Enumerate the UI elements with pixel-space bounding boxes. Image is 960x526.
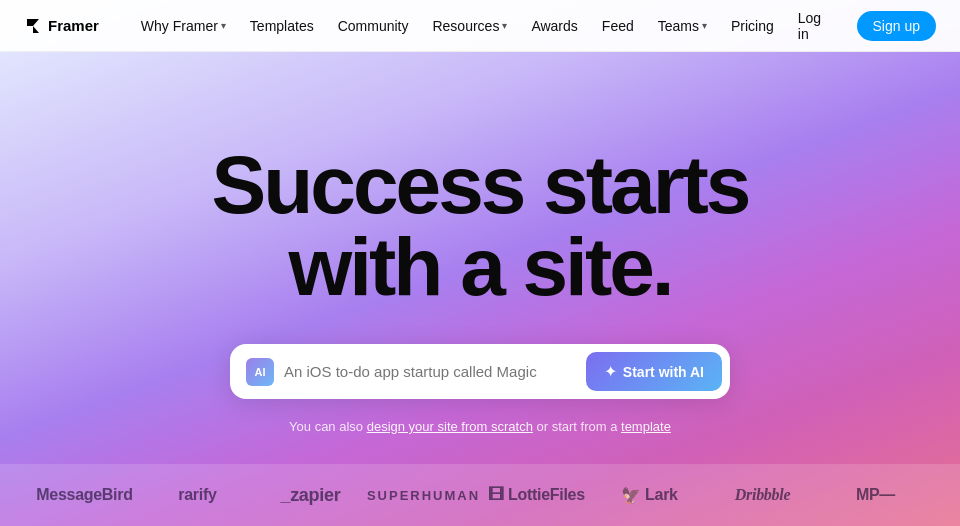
- lark-text: Lark: [645, 486, 678, 504]
- chevron-down-icon: ▾: [502, 20, 507, 31]
- zapier-text: _zapier: [280, 485, 340, 506]
- logo-lottiefiles: 🎞 LottieFiles: [480, 486, 593, 504]
- chevron-down-icon: ▾: [221, 20, 226, 31]
- logos-bar: MessageBird rarify _zapier SUPERHUMAN 🎞 …: [0, 464, 960, 526]
- logo-text: Framer: [48, 17, 99, 34]
- design-from-scratch-link[interactable]: design your site from scratch: [367, 419, 533, 434]
- logo-lark: 🦅 Lark: [593, 486, 706, 505]
- nav-teams[interactable]: Teams ▾: [648, 12, 717, 40]
- hero-subtext: You can also design your site from scrat…: [289, 419, 671, 434]
- nav-why-framer[interactable]: Why Framer ▾: [131, 12, 236, 40]
- nav-feed[interactable]: Feed: [592, 12, 644, 40]
- nav-templates[interactable]: Templates: [240, 12, 324, 40]
- logo-mp: MP—: [819, 486, 932, 504]
- logo[interactable]: Framer: [24, 17, 99, 35]
- navbar: Framer Why Framer ▾ Templates Community …: [0, 0, 960, 52]
- ai-icon: AI: [246, 358, 274, 386]
- nav-awards[interactable]: Awards: [521, 12, 587, 40]
- logo-zapier: _zapier: [254, 485, 367, 506]
- logo-messagebird: MessageBird: [28, 486, 141, 504]
- search-input[interactable]: [284, 363, 576, 380]
- superhuman-text: SUPERHUMAN: [367, 488, 480, 503]
- hero-title: Success starts with a site.: [212, 144, 749, 308]
- mp-text: MP—: [856, 486, 895, 504]
- lottiefiles-icon: 🎞: [488, 486, 504, 504]
- signup-button[interactable]: Sign up: [857, 11, 936, 41]
- rarify-text: rarify: [178, 486, 216, 504]
- nav-actions: Log in Sign up: [784, 4, 936, 48]
- nav-pricing[interactable]: Pricing: [721, 12, 784, 40]
- framer-logo-icon: [24, 17, 42, 35]
- login-button[interactable]: Log in: [784, 4, 849, 48]
- logo-dribbble: Dribbble: [706, 486, 819, 504]
- ai-search-bar: AI ✦ Start with AI: [230, 344, 730, 399]
- lark-icon: 🦅: [621, 486, 641, 505]
- nav-links: Why Framer ▾ Templates Community Resourc…: [131, 12, 784, 40]
- dribbble-text: Dribbble: [735, 486, 790, 504]
- logo-superhuman: SUPERHUMAN: [367, 488, 480, 503]
- hero-section: Success starts with a site. AI ✦ Start w…: [0, 0, 960, 526]
- messagebird-text: MessageBird: [36, 486, 132, 504]
- start-with-ai-button[interactable]: ✦ Start with AI: [586, 352, 722, 391]
- logo-rarify: rarify: [141, 486, 254, 504]
- template-link[interactable]: template: [621, 419, 671, 434]
- nav-community[interactable]: Community: [328, 12, 419, 40]
- chevron-down-icon: ▾: [702, 20, 707, 31]
- lottiefiles-text: LottieFiles: [508, 486, 585, 504]
- nav-resources[interactable]: Resources ▾: [422, 12, 517, 40]
